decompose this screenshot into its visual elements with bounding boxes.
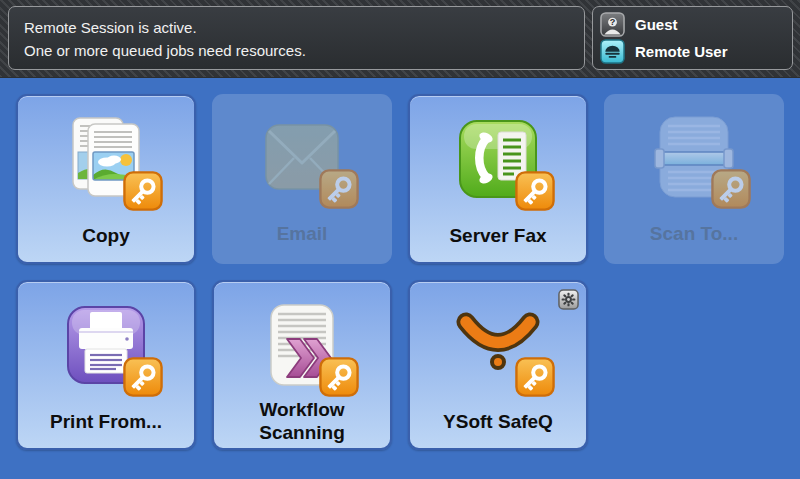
home-screen: Copy bbox=[0, 78, 800, 479]
tile-scan-to: Scan To... bbox=[604, 94, 784, 264]
tile-label-ysoft-safeq: YSoft SafeQ bbox=[412, 398, 584, 444]
print-from-icon bbox=[60, 299, 152, 391]
copy-documents-icon bbox=[60, 113, 152, 205]
tile-label-email: Email bbox=[216, 210, 388, 256]
ysoft-safeq-icon bbox=[452, 299, 544, 391]
status-header: Remote Session is active. One or more qu… bbox=[0, 0, 800, 78]
authentication-key-icon bbox=[711, 169, 751, 209]
tile-label-workflow-scanning: Workflow Scanning bbox=[216, 398, 388, 444]
guest-user-label: Guest bbox=[635, 16, 678, 33]
tile-label-server-fax: Server Fax bbox=[412, 212, 584, 258]
tile-workflow-scanning[interactable]: Workflow Scanning bbox=[212, 280, 392, 450]
extended-gear-icon bbox=[558, 289, 579, 310]
tile-email: Email bbox=[212, 94, 392, 264]
tile-print-from[interactable]: Print From... bbox=[16, 280, 196, 450]
remote-user-label: Remote User bbox=[635, 43, 728, 60]
tile-label-print-from: Print From... bbox=[20, 398, 192, 444]
remote-user-icon bbox=[600, 39, 625, 64]
user-row-remote[interactable]: Remote User bbox=[600, 38, 785, 65]
tile-label-scan-to: Scan To... bbox=[608, 210, 780, 256]
email-envelope-icon bbox=[256, 111, 348, 203]
server-fax-icon bbox=[452, 113, 544, 205]
app-tiles-grid: Copy bbox=[16, 94, 784, 450]
user-row-guest[interactable]: ? Guest bbox=[600, 11, 785, 38]
scan-to-icon bbox=[648, 111, 740, 203]
guest-user-icon: ? bbox=[600, 12, 625, 37]
tile-server-fax[interactable]: Server Fax bbox=[408, 94, 588, 264]
authentication-key-icon bbox=[319, 357, 359, 397]
status-message-box: Remote Session is active. One or more qu… bbox=[8, 6, 585, 70]
authentication-key-icon bbox=[515, 171, 555, 211]
tile-ysoft-safeq[interactable]: YSoft SafeQ bbox=[408, 280, 588, 450]
user-session-panel[interactable]: ? Guest Remote User bbox=[592, 6, 793, 70]
authentication-key-icon bbox=[123, 357, 163, 397]
authentication-key-icon bbox=[319, 169, 359, 209]
status-message-line1: Remote Session is active. bbox=[24, 16, 569, 39]
tile-label-copy: Copy bbox=[20, 212, 192, 258]
workflow-scanning-icon bbox=[256, 299, 348, 391]
svg-text:?: ? bbox=[610, 17, 616, 27]
tile-copy[interactable]: Copy bbox=[16, 94, 196, 264]
authentication-key-icon bbox=[123, 171, 163, 211]
authentication-key-icon bbox=[515, 357, 555, 397]
status-message-line2: One or more queued jobs need resources. bbox=[24, 39, 569, 62]
